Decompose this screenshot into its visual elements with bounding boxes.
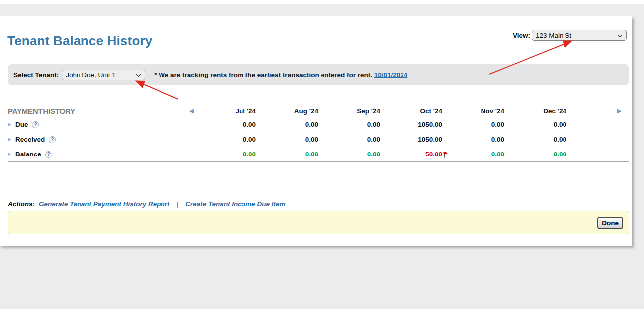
payment-history-table: PAYMENT HISTORY ◀ Jul '24 Aug '24 Sep '2… bbox=[8, 105, 629, 162]
table-cell: 0.00 bbox=[256, 136, 318, 143]
actions-row: Actions: Generate Tenant Payment History… bbox=[8, 200, 285, 208]
view-select[interactable]: 123 Main St bbox=[532, 30, 627, 41]
done-button[interactable]: Done bbox=[597, 217, 623, 229]
table-cell: 0.00 bbox=[256, 121, 318, 128]
top-white-strip bbox=[0, 0, 644, 4]
tenant-select-value: John Doe, Unit 1 bbox=[66, 71, 116, 78]
table-cell: 1050.00 bbox=[380, 136, 442, 143]
expand-row-icon[interactable]: ▶ bbox=[8, 152, 11, 156]
table-cell: 0.00 bbox=[504, 151, 566, 158]
table-row-balance: ▶ Balance ? 0.00 0.00 0.00 50.00 0.00 0.… bbox=[8, 147, 629, 162]
table-row-due: ▶ Due ? 0.00 0.00 0.00 1050.00 0.00 0.00 bbox=[8, 117, 629, 132]
tenant-select[interactable]: John Doe, Unit 1 bbox=[62, 70, 145, 80]
table-cell-flagged: 50.00 bbox=[380, 151, 442, 158]
view-label: View: bbox=[513, 32, 530, 39]
table-cell: 0.00 bbox=[504, 136, 566, 143]
view-selector-area: View: 123 Main St bbox=[513, 29, 627, 41]
table-cell: 0.00 bbox=[442, 121, 504, 128]
tracking-note: * We are tracking rents from the earlies… bbox=[154, 71, 407, 78]
month-header: Nov '24 bbox=[442, 107, 504, 115]
row-label: Received bbox=[15, 136, 45, 143]
footer-highlight-bar: Done bbox=[8, 211, 629, 234]
month-header: Aug '24 bbox=[256, 107, 318, 115]
table-cell: 0.00 bbox=[256, 151, 318, 158]
actions-separator: | bbox=[177, 200, 179, 208]
month-header: Jul '24 bbox=[194, 107, 256, 115]
table-cell: 0.00 bbox=[194, 136, 256, 143]
row-label: Due bbox=[15, 121, 28, 128]
expand-row-icon[interactable]: ▶ bbox=[8, 122, 11, 127]
month-header: Dec '24 bbox=[504, 107, 566, 115]
table-cell: 0.00 bbox=[194, 121, 256, 128]
table-row-received: ▶ Received ? 0.00 0.00 0.00 1050.00 0.00… bbox=[8, 132, 629, 147]
chevron-down-icon bbox=[136, 71, 141, 78]
generate-report-link[interactable]: Generate Tenant Payment History Report bbox=[39, 200, 170, 208]
table-cell: 0.00 bbox=[318, 136, 380, 143]
table-cell: 0.00 bbox=[194, 151, 256, 158]
table-cell: 0.00 bbox=[442, 151, 504, 158]
month-header: Oct '24 bbox=[380, 107, 442, 115]
actions-label: Actions: bbox=[8, 200, 35, 208]
table-cell: 1050.00 bbox=[380, 121, 442, 128]
table-cell: 0.00 bbox=[318, 151, 380, 158]
select-tenant-label: Select Tenant: bbox=[13, 71, 59, 78]
prev-months-icon[interactable]: ◀ bbox=[189, 108, 194, 114]
title-divider bbox=[8, 53, 595, 53]
tracking-date-link[interactable]: 10/01/2024 bbox=[374, 71, 408, 78]
tracking-note-text: * We are tracking rents from the earlies… bbox=[154, 71, 372, 78]
help-icon[interactable]: ? bbox=[32, 121, 39, 128]
create-income-due-link[interactable]: Create Tenant Income Due Item bbox=[185, 200, 285, 208]
table-cell: 0.00 bbox=[318, 121, 380, 128]
view-select-value: 123 Main St bbox=[536, 32, 571, 39]
row-label: Balance bbox=[15, 151, 41, 158]
table-cell: 0.00 bbox=[504, 121, 566, 128]
expand-row-icon[interactable]: ▶ bbox=[8, 137, 11, 142]
page-background-bottom bbox=[0, 246, 644, 309]
month-header: Sep '24 bbox=[318, 107, 380, 115]
payment-history-title: PAYMENT HISTORY bbox=[8, 107, 75, 115]
table-cell: 0.00 bbox=[442, 136, 504, 143]
help-icon[interactable]: ? bbox=[49, 136, 56, 143]
payment-history-header-row: PAYMENT HISTORY ◀ Jul '24 Aug '24 Sep '2… bbox=[8, 105, 629, 117]
balance-alert-value: 50.00 bbox=[425, 151, 442, 158]
chevron-down-icon bbox=[617, 32, 623, 39]
tenant-selector-bar: Select Tenant: John Doe, Unit 1 * We are… bbox=[8, 64, 629, 85]
top-gray-bar bbox=[0, 4, 644, 16]
content-panel: Tenant Balance History View: 123 Main St… bbox=[0, 16, 632, 246]
page-title: Tenant Balance History bbox=[7, 33, 152, 49]
help-icon[interactable]: ? bbox=[45, 151, 52, 158]
next-months-icon[interactable]: ▶ bbox=[617, 108, 622, 114]
